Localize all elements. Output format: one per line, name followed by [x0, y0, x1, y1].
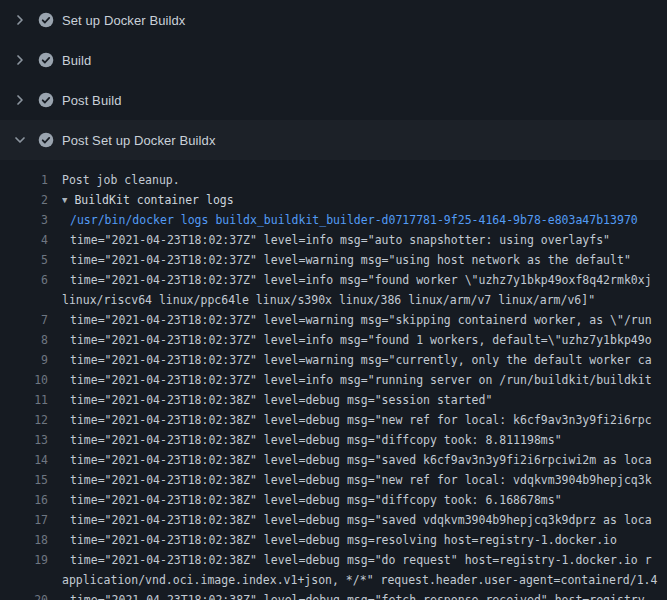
log-text: time="2021-04-23T18:02:38Z" level=debug …	[62, 590, 667, 600]
chevron-right-icon[interactable]	[12, 92, 28, 108]
line-number[interactable]: 6	[0, 270, 62, 290]
log-line: 19time="2021-04-23T18:02:38Z" level=debu…	[0, 550, 667, 570]
line-number[interactable]: 20	[0, 590, 62, 600]
check-circle-icon	[38, 12, 54, 28]
triangle-down-icon[interactable]: ▼	[62, 190, 67, 210]
line-number[interactable]: 9	[0, 350, 62, 370]
line-number[interactable]: 18	[0, 530, 62, 550]
log-text: time="2021-04-23T18:02:38Z" level=debug …	[62, 390, 667, 410]
log-line: 15time="2021-04-23T18:02:38Z" level=debu…	[0, 470, 667, 490]
step-title: Post Build	[62, 93, 122, 108]
log-line: 8time="2021-04-23T18:02:37Z" level=info …	[0, 330, 667, 350]
line-number[interactable]: 15	[0, 470, 62, 490]
line-number[interactable]: 4	[0, 230, 62, 250]
log-text: time="2021-04-23T18:02:38Z" level=debug …	[62, 470, 667, 490]
log-line: 3/usr/bin/docker logs buildx_buildkit_bu…	[0, 210, 667, 230]
step-section-list: Set up Docker BuildxBuildPost BuildPost …	[0, 0, 667, 160]
check-circle-icon	[38, 92, 54, 108]
line-number[interactable]: 14	[0, 450, 62, 470]
log-line: 18time="2021-04-23T18:02:38Z" level=debu…	[0, 530, 667, 550]
line-number[interactable]: 10	[0, 370, 62, 390]
log-line: 17time="2021-04-23T18:02:38Z" level=debu…	[0, 510, 667, 530]
log-text: time="2021-04-23T18:02:37Z" level=info m…	[62, 230, 667, 250]
log-line: 20time="2021-04-23T18:02:38Z" level=debu…	[0, 590, 667, 600]
log-text: time="2021-04-23T18:02:38Z" level=debug …	[62, 450, 667, 470]
log-text: application/vnd.oci.image.index.v1+json,…	[62, 570, 667, 590]
log-command-text: /usr/bin/docker logs buildx_buildkit_bui…	[62, 210, 667, 230]
log-line: 12time="2021-04-23T18:02:38Z" level=debu…	[0, 410, 667, 430]
log-group-header[interactable]: ▼BuildKit container logs	[62, 190, 667, 210]
log-area: 1Post job cleanup.2▼BuildKit container l…	[0, 160, 667, 600]
step-title: Build	[62, 53, 91, 68]
line-number	[0, 290, 62, 310]
chevron-down-icon[interactable]	[12, 132, 28, 148]
step-section[interactable]: Build	[0, 40, 667, 80]
log-line: 14time="2021-04-23T18:02:38Z" level=debu…	[0, 450, 667, 470]
line-number	[0, 570, 62, 590]
log-text: time="2021-04-23T18:02:38Z" level=debug …	[62, 530, 667, 550]
line-number[interactable]: 19	[0, 550, 62, 570]
log-text: time="2021-04-23T18:02:38Z" level=debug …	[62, 550, 667, 570]
log-text: time="2021-04-23T18:02:37Z" level=warnin…	[62, 350, 667, 370]
log-text: time="2021-04-23T18:02:37Z" level=warnin…	[62, 250, 667, 270]
log-line: linux/riscv64 linux/ppc64le linux/s390x …	[0, 290, 667, 310]
step-section[interactable]: Post Set up Docker Buildx	[0, 120, 667, 160]
log-line: 5time="2021-04-23T18:02:37Z" level=warni…	[0, 250, 667, 270]
line-number[interactable]: 16	[0, 490, 62, 510]
log-line: 7time="2021-04-23T18:02:37Z" level=warni…	[0, 310, 667, 330]
chevron-right-icon[interactable]	[12, 12, 28, 28]
check-circle-icon	[38, 52, 54, 68]
log-line: application/vnd.oci.image.index.v1+json,…	[0, 570, 667, 590]
line-number[interactable]: 17	[0, 510, 62, 530]
log-text: time="2021-04-23T18:02:37Z" level=info m…	[62, 270, 667, 290]
step-section[interactable]: Post Build	[0, 80, 667, 120]
check-circle-icon	[38, 132, 54, 148]
log-line: 4time="2021-04-23T18:02:37Z" level=info …	[0, 230, 667, 250]
log-text: linux/riscv64 linux/ppc64le linux/s390x …	[62, 290, 667, 310]
log-line: 6time="2021-04-23T18:02:37Z" level=info …	[0, 270, 667, 290]
log-line: 11time="2021-04-23T18:02:38Z" level=debu…	[0, 390, 667, 410]
chevron-right-icon[interactable]	[12, 52, 28, 68]
line-number[interactable]: 8	[0, 330, 62, 350]
step-title: Post Set up Docker Buildx	[62, 133, 216, 148]
log-text: time="2021-04-23T18:02:37Z" level=info m…	[62, 370, 667, 390]
log-text: Post job cleanup.	[62, 170, 667, 190]
line-number[interactable]: 5	[0, 250, 62, 270]
log-text: time="2021-04-23T18:02:38Z" level=debug …	[62, 490, 667, 510]
log-line: 2▼BuildKit container logs	[0, 190, 667, 210]
log-line: 16time="2021-04-23T18:02:38Z" level=debu…	[0, 490, 667, 510]
step-title: Set up Docker Buildx	[62, 13, 185, 28]
actions-log-viewer: Set up Docker BuildxBuildPost BuildPost …	[0, 0, 667, 600]
line-number[interactable]: 12	[0, 410, 62, 430]
log-text: time="2021-04-23T18:02:38Z" level=debug …	[62, 410, 667, 430]
log-text: time="2021-04-23T18:02:38Z" level=debug …	[62, 430, 667, 450]
log-text: time="2021-04-23T18:02:37Z" level=warnin…	[62, 310, 667, 330]
log-text: time="2021-04-23T18:02:37Z" level=info m…	[62, 330, 667, 350]
line-number[interactable]: 11	[0, 390, 62, 410]
log-line: 1Post job cleanup.	[0, 170, 667, 190]
line-number[interactable]: 1	[0, 170, 62, 190]
step-section[interactable]: Set up Docker Buildx	[0, 0, 667, 40]
line-number[interactable]: 2	[0, 190, 62, 210]
log-line: 9time="2021-04-23T18:02:37Z" level=warni…	[0, 350, 667, 370]
log-group-label: BuildKit container logs	[74, 193, 233, 207]
line-number[interactable]: 13	[0, 430, 62, 450]
log-line: 10time="2021-04-23T18:02:37Z" level=info…	[0, 370, 667, 390]
log-line: 13time="2021-04-23T18:02:38Z" level=debu…	[0, 430, 667, 450]
log-text: time="2021-04-23T18:02:38Z" level=debug …	[62, 510, 667, 530]
line-number[interactable]: 3	[0, 210, 62, 230]
line-number[interactable]: 7	[0, 310, 62, 330]
